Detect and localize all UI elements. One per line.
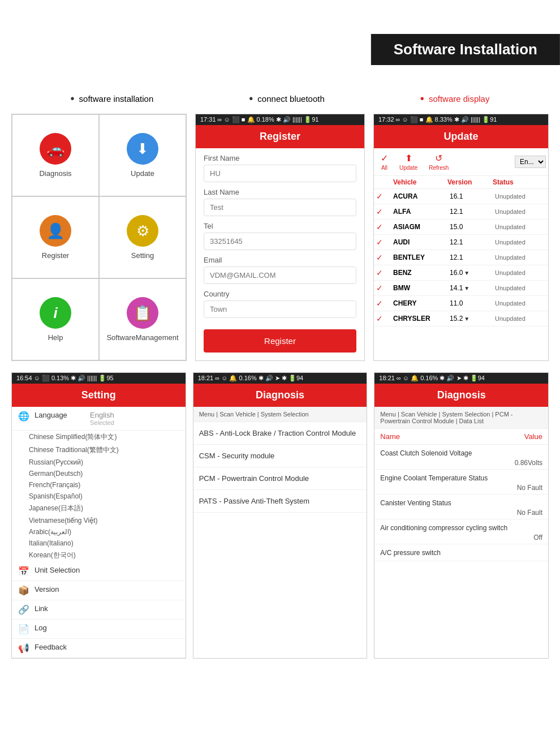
- language-option[interactable]: German(Deutsch): [12, 468, 186, 479]
- vehicle-name: BMW: [393, 284, 450, 292]
- update-row: ✓ BENZ 16.0 ▼ Unupdated: [374, 265, 548, 281]
- menu-item-setting[interactable]: ⚙ Setting: [99, 196, 186, 278]
- version-cell: 16.1: [450, 192, 495, 200]
- refresh-icon: ↺: [435, 153, 442, 164]
- update-tool-label: Update: [399, 165, 417, 171]
- setting-log-row[interactable]: 📄 Log: [12, 620, 186, 639]
- status-cell: Unupdated: [495, 285, 546, 291]
- update-row: ✓ CHRYSLER 15.2 ▼ Unupdated: [374, 311, 548, 326]
- language-option[interactable]: Italian(Italiano): [12, 538, 186, 549]
- datalist-header: Diagnosis: [374, 384, 548, 407]
- version-cell: 11.0: [450, 299, 495, 307]
- setting-unitselection-row[interactable]: 📅 Unit Selection: [12, 562, 186, 581]
- refresh-button[interactable]: ↺ Refresh: [424, 152, 453, 172]
- update-icon: ⬇: [127, 133, 158, 165]
- language-option[interactable]: French(Français): [12, 479, 186, 491]
- language-option[interactable]: Chinese Simplified(简体中文): [12, 431, 186, 444]
- language-option[interactable]: Vietnamese(tiếng Việt): [12, 515, 186, 526]
- data-item-name: A/C pressure switch: [380, 549, 542, 557]
- data-list-item: Canister Venting Status No Fault: [374, 495, 548, 519]
- language-option[interactable]: Japanese(日本語): [12, 502, 186, 515]
- language-select[interactable]: En...: [515, 156, 546, 168]
- menu-item-update[interactable]: ⬇ Update: [99, 114, 186, 196]
- link-label: Link: [35, 604, 85, 613]
- version-num: 16.1: [450, 192, 463, 200]
- version-icon: 📦: [18, 585, 30, 596]
- update-header: Update: [374, 125, 548, 148]
- diagnosis-panel: 18:21 ∞ ☺ 🔔 0.16% ✱ 🔊 ➤ ✱ 🔋94 Diagnosis …: [193, 372, 368, 659]
- update-row: ✓ ASIAGM 15.0 Unupdated: [374, 220, 548, 235]
- version-dropdown-icon[interactable]: ▼: [464, 316, 469, 322]
- status-cell: Unupdated: [495, 300, 546, 307]
- check-icon: ✓: [376, 299, 393, 308]
- menu-label-register: Register: [42, 251, 69, 260]
- country-label: Country: [204, 290, 356, 298]
- version-num: 15.2: [450, 315, 463, 323]
- register-button[interactable]: Register: [204, 329, 356, 353]
- datalist-name-col: Name: [380, 432, 400, 441]
- check-icon: ✓: [376, 283, 393, 293]
- language-value: English: [90, 411, 114, 419]
- version-num: 16.0: [450, 269, 463, 277]
- check-icon: ✓: [376, 238, 393, 247]
- setting-feedback-row[interactable]: 📢 Feedback: [12, 639, 186, 658]
- status-cell: Unupdated: [495, 269, 546, 276]
- menu-label-diagnosis: Diagnosis: [39, 169, 71, 178]
- bullets-row: • software installation • connect blueto…: [0, 87, 560, 114]
- version-num: 14.1: [450, 284, 463, 292]
- email-input[interactable]: [204, 267, 356, 284]
- menu-item-softwaremanagement[interactable]: 📋 SoftwareManagement: [99, 278, 186, 360]
- version-dropdown-icon[interactable]: ▼: [464, 270, 469, 276]
- country-input[interactable]: [204, 300, 356, 318]
- menu-label-setting: Setting: [131, 251, 154, 260]
- setting-icon: ⚙: [127, 215, 158, 247]
- diagnosis-item[interactable]: ABS - Anti-Lock Brake / Traction Control…: [193, 422, 367, 445]
- language-option[interactable]: Arabic(العربية): [12, 526, 186, 538]
- language-option[interactable]: Spanish(Español): [12, 491, 186, 502]
- language-option[interactable]: Chinese Traditional(繁體中文): [12, 444, 186, 457]
- diagnosis-item[interactable]: PATS - Passive Anti-Theft System: [193, 490, 367, 513]
- diagnosis-phone-bar: 18:21 ∞ ☺ 🔔 0.16% ✱ 🔊 ➤ ✱ 🔋94: [193, 373, 367, 384]
- firstname-label: First Name: [204, 154, 356, 162]
- register-panel: 17:31 ∞ ☺ ⬛ ■ 🔔 0.18% ✱ 🔊 |||||| 🔋91 Reg…: [195, 114, 365, 361]
- menu-item-help[interactable]: i Help: [12, 278, 99, 360]
- language-option[interactable]: Korean(한국어): [12, 549, 186, 562]
- data-item-value: No Fault: [380, 484, 542, 492]
- tel-input[interactable]: [204, 233, 356, 250]
- update-row: ✓ AUDI 12.1 Unupdated: [374, 235, 548, 250]
- bullet-label-1: software installation: [79, 94, 154, 104]
- datalist-value-col: Value: [524, 432, 542, 441]
- setting-language-row[interactable]: 🌐 Language English Selected: [12, 407, 186, 431]
- version-num: 12.1: [450, 253, 463, 261]
- version-dropdown-icon[interactable]: ▼: [464, 285, 469, 291]
- menu-label-help: Help: [48, 333, 63, 342]
- language-list: Chinese Simplified(简体中文)Chinese Traditio…: [12, 431, 186, 562]
- version-cell: 14.1 ▼: [450, 284, 495, 292]
- link-icon: 🔗: [18, 604, 30, 615]
- diagnosis-item[interactable]: CSM - Security module: [193, 445, 367, 467]
- menu-label-update: Update: [131, 169, 154, 178]
- diagnosis-breadcrumb: Menu | Scan Vehicle | System Selection: [193, 407, 367, 422]
- firstname-input[interactable]: [204, 165, 356, 182]
- lastname-label: Last Name: [204, 188, 356, 196]
- language-option[interactable]: Russian(Русский): [12, 457, 186, 468]
- menu-item-register[interactable]: 👤 Register: [12, 196, 99, 278]
- update-button[interactable]: ⬆ Update: [395, 152, 422, 172]
- setting-version-row[interactable]: 📦 Version: [12, 581, 186, 600]
- lastname-input[interactable]: [204, 199, 356, 216]
- diagnosis-item[interactable]: PCM - Powertrain Control Module: [193, 467, 367, 490]
- status-cell: Unupdated: [495, 239, 546, 246]
- diagnosis-icon: 🚗: [40, 133, 71, 165]
- data-item-value: No Fault: [380, 509, 542, 517]
- all-button[interactable]: ✓ All: [376, 152, 393, 172]
- menu-item-diagnosis[interactable]: 🚗 Diagnosis: [12, 114, 99, 196]
- bullet-dot-1: •: [71, 92, 75, 105]
- update-rows: ✓ ACURA 16.1 Unupdated ✓ ALFA 12.1 Unupd…: [374, 189, 548, 326]
- data-list-item: Coast Clutch Solenoid Voltage 0.86Volts: [374, 445, 548, 470]
- vehicle-name: CHERY: [393, 299, 450, 307]
- check-icon: ✓: [376, 192, 393, 201]
- version-num: 15.0: [450, 223, 463, 231]
- setting-link-row[interactable]: 🔗 Link: [12, 600, 186, 620]
- menu-label-softwaremanagement: SoftwareManagement: [106, 333, 178, 342]
- tel-label: Tel: [204, 222, 356, 230]
